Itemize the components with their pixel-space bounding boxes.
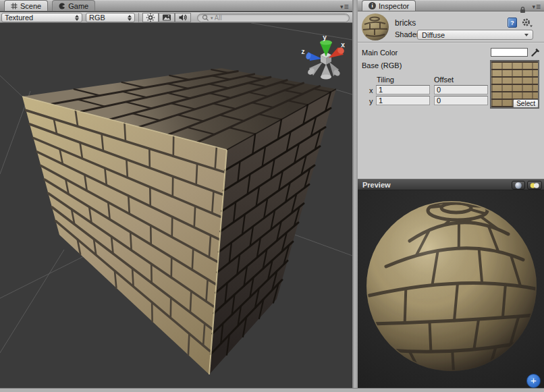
tiling-y-input[interactable] [376, 96, 430, 105]
preview-mesh-toggle-button[interactable] [512, 181, 525, 190]
preview-lighting-button[interactable] [527, 181, 542, 190]
info-icon: i [369, 2, 376, 9]
tiling-header: Tiling [377, 76, 394, 84]
speaker-icon [178, 13, 188, 22]
tab-scene-label: Scene [20, 2, 41, 10]
divider [358, 42, 544, 43]
window-bottom-strip [0, 388, 544, 392]
base-texture-label: Base (RGB) [362, 61, 402, 69]
preview-sphere[interactable] [366, 201, 537, 386]
toolbar-separator [138, 13, 139, 22]
panel-splitter[interactable] [352, 0, 358, 388]
updown-arrows-icon [128, 15, 132, 21]
image-icon [162, 13, 171, 22]
audio-toggle-button[interactable] [175, 13, 191, 22]
preview-header[interactable]: Preview [358, 179, 544, 190]
texture-thumbnail[interactable]: Select [490, 60, 539, 109]
scene-pane-menu[interactable]: ▾≡ [340, 3, 349, 10]
shader-dropdown[interactable]: Diffuse [417, 30, 533, 40]
preview-body[interactable]: + [358, 190, 544, 388]
eyedropper-icon [531, 47, 541, 57]
lock-icon[interactable] [519, 4, 526, 16]
material-preview-thumb[interactable] [362, 13, 389, 40]
tab-inspector[interactable]: i Inspector [362, 0, 416, 11]
scene-tab-strip: Scene Game ▾≡ [0, 0, 352, 11]
tab-game[interactable]: Game [52, 0, 95, 11]
tab-scene[interactable]: Scene [4, 0, 48, 11]
gizmo-y-label[interactable]: y [323, 34, 327, 41]
color-swatch[interactable] [491, 48, 528, 57]
gear-icon [521, 17, 533, 28]
scene-viewport[interactable]: y x z [0, 23, 352, 388]
axis-gizmo[interactable]: y x z [302, 34, 346, 80]
main-color-label: Main Color [362, 49, 398, 57]
draw-mode-dropdown[interactable]: Textured [1, 13, 82, 22]
search-filter-caret-icon[interactable]: ▾ [211, 16, 213, 21]
dropdown-icon: ▾ [340, 3, 344, 10]
game-icon [59, 3, 65, 9]
lights-icon [529, 181, 540, 190]
effects-toggle-button[interactable] [159, 13, 175, 22]
menu-icon: ≡ [536, 4, 541, 10]
scene-toolbar: Textured RGB [0, 12, 352, 23]
unity-editor-window: Scene Game ▾≡ Textured RGB [0, 0, 544, 392]
chevron-down-icon [524, 34, 528, 36]
add-button[interactable]: + [526, 374, 541, 388]
menu-icon: ≡ [344, 4, 349, 10]
scene-grid-icon [11, 3, 18, 9]
scene-panel: Scene Game ▾≡ Textured RGB [0, 0, 352, 388]
axis-x-label: x [369, 86, 373, 94]
dropdown-icon: ▾ [532, 3, 535, 10]
search-input[interactable] [215, 14, 345, 22]
help-button[interactable]: ? [506, 17, 518, 28]
draw-mode-label: Textured [5, 13, 72, 22]
settings-button[interactable] [521, 17, 533, 28]
color-mode-label: RGB [89, 13, 125, 22]
sun-icon [146, 13, 155, 22]
gizmo-z-label[interactable]: z [302, 48, 305, 55]
shader-value: Diffuse [422, 31, 524, 39]
gizmo-x-label[interactable]: x [341, 41, 345, 49]
preview-title: Preview [362, 181, 391, 189]
shader-label: Shader [395, 30, 418, 38]
help-icon: ? [508, 18, 517, 28]
sphere-icon [514, 181, 522, 190]
eyedropper-button[interactable] [531, 47, 541, 60]
inspector-pane-menu[interactable]: ▾≡ [532, 3, 541, 10]
material-name: bricks [395, 18, 416, 28]
tab-inspector-label: Inspector [379, 2, 409, 10]
offset-y-input[interactable] [434, 96, 488, 105]
inspector-tab-strip: i Inspector ▾≡ [358, 0, 544, 11]
updown-arrows-icon [75, 15, 79, 21]
select-button[interactable]: Select [513, 99, 539, 108]
color-mode-dropdown[interactable]: RGB [86, 13, 135, 22]
search-icon [202, 14, 209, 22]
brick-cube[interactable] [22, 68, 336, 374]
offset-header: Offset [434, 76, 454, 84]
search-field[interactable]: ▾ [197, 13, 350, 22]
axis-y-label: y [369, 97, 373, 105]
tab-game-label: Game [68, 2, 88, 10]
inspector-panel: i Inspector ▾≡ [358, 0, 544, 388]
lighting-toggle-button[interactable] [142, 13, 159, 22]
offset-x-input[interactable] [434, 85, 488, 94]
tiling-x-input[interactable] [376, 85, 430, 94]
